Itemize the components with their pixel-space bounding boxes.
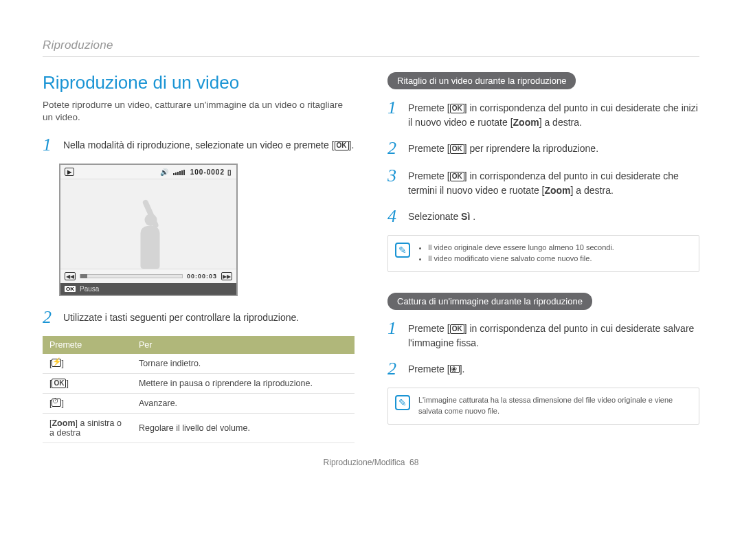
step-text: Premete [OK] in corrispondenza del punto… — [408, 320, 699, 350]
step-number: 1 — [387, 320, 401, 350]
table-row: [] Tornare indietro. — [43, 354, 355, 374]
action-cell: Mettere in pausa o riprendere la riprodu… — [132, 374, 355, 394]
step-text: Premete [OK] in corrispondenza del punto… — [408, 99, 699, 130]
key-cell: [OK] — [43, 374, 132, 394]
lcd-frame: 🔊 100-0002 ▯ ◀◀ 00:00:03 ▶▶ — [59, 164, 238, 296]
person-silhouette — [127, 193, 175, 269]
ok-icon: OK — [335, 141, 349, 150]
step-number: 2 — [387, 139, 401, 157]
step-text: Premete []. — [408, 360, 699, 378]
text: Nella modalità di riproduzione, selezion… — [63, 139, 335, 150]
progress-track — [80, 274, 183, 278]
play-mode-icon — [65, 168, 74, 176]
note-text: L'immagine catturata ha la stessa dimens… — [418, 395, 690, 417]
text: ]. — [349, 139, 355, 150]
key-cell: [] — [43, 394, 132, 414]
key-cell: [] — [43, 354, 132, 374]
lcd-footer: OK Pausa — [60, 283, 236, 295]
trim-step-2: 2 Premete [OK] per riprendere la riprodu… — [387, 139, 699, 157]
table-row: [] Avanzare. — [43, 394, 355, 414]
step-text: Premete [OK] in corrispondenza del punto… — [408, 167, 699, 198]
action-cell: Tornare indietro. — [132, 354, 355, 374]
page-footer: Riproduzione/Modifica 68 — [43, 458, 699, 467]
volume-bars-icon — [173, 168, 185, 175]
intro-text: Potete riprodurre un video, catturare un… — [43, 99, 355, 124]
pause-label: Pausa — [80, 285, 99, 293]
ok-icon: OK — [450, 324, 464, 334]
step-number: 2 — [43, 309, 56, 326]
footer-section: Riproduzione/Modifica — [324, 458, 405, 467]
capture-step-2: 2 Premete []. — [387, 360, 699, 378]
lcd-top-bar: 🔊 100-0002 ▯ — [60, 165, 236, 179]
note-item: Il video originale deve essere lungo alm… — [428, 243, 690, 254]
elapsed-time: 00:00:03 — [187, 273, 217, 280]
ok-icon: OK — [52, 379, 66, 388]
step-number: 4 — [387, 208, 401, 225]
rewind-icon: ◀◀ — [65, 272, 76, 280]
lcd-video-area — [60, 179, 236, 269]
action-cell: Regolare il livello del volume. — [132, 414, 355, 443]
table-header: Per — [132, 336, 355, 354]
ok-icon: OK — [65, 286, 76, 292]
step-number: 1 — [387, 99, 401, 130]
step-text: Nella modalità di riproduzione, selezion… — [63, 136, 355, 154]
page-title: Riproduzione di un video — [43, 72, 355, 93]
right-column: Ritaglio di un video durante la riproduz… — [387, 72, 699, 445]
manual-page: Riproduzione Riproduzione di un video Po… — [0, 0, 742, 481]
file-counter: 100-0002 — [190, 168, 225, 176]
ok-icon: OK — [450, 104, 464, 113]
divider — [43, 56, 699, 57]
left-step-1: 1 Nella modalità di riproduzione, selezi… — [43, 136, 355, 154]
left-step-2: 2 Utilizzate i tasti seguenti per contro… — [43, 309, 355, 326]
left-column: Riproduzione di un video Potete riprodur… — [43, 72, 355, 445]
yes-label: Sì — [461, 211, 470, 222]
trim-step-3: 3 Premete [OK] in corrispondenza del pun… — [387, 167, 699, 198]
forward-icon: ▶▶ — [221, 272, 232, 280]
lcd-progress-bar: ◀◀ 00:00:03 ▶▶ — [60, 269, 236, 283]
zoom-label: Zoom — [544, 185, 570, 196]
two-column-layout: Riproduzione di un video Potete riprodur… — [43, 72, 699, 445]
ok-icon: OK — [450, 144, 464, 154]
step-number: 1 — [43, 136, 56, 154]
step-text: Utilizzate i tasti seguenti per controll… — [63, 309, 355, 326]
trim-step-1: 1 Premete [OK] in corrispondenza del pun… — [387, 99, 699, 130]
action-cell: Avanzare. — [132, 394, 355, 414]
table-row: [Zoom] a sinistra o a destra Regolare il… — [43, 414, 355, 443]
note-item: Il video modificato viene salvato come n… — [428, 254, 690, 265]
section-heading-trim: Ritaglio di un video durante la riproduz… — [387, 72, 576, 89]
key-cell: [Zoom] a sinistra o a destra — [43, 414, 132, 443]
memory-card-icon: ▯ — [227, 168, 232, 176]
flash-icon — [52, 359, 61, 367]
step-text: Premete [OK] per riprendere la riproduzi… — [408, 139, 699, 157]
controls-table: Premete Per [] Tornare indietro. [OK] Me… — [43, 336, 355, 443]
zoom-label: Zoom — [513, 117, 539, 128]
note-icon: ✎ — [395, 395, 410, 410]
step-text: Selezionate Sì . — [408, 208, 699, 225]
capture-step-1: 1 Premete [OK] in corrispondenza del pun… — [387, 320, 699, 350]
note-box-capture: ✎ L'immagine catturata ha la stessa dime… — [387, 388, 699, 425]
page-number: 68 — [409, 458, 418, 467]
section-heading-capture: Cattura di un'immagine durante la riprod… — [387, 293, 592, 310]
video-preview-screenshot: 🔊 100-0002 ▯ ◀◀ 00:00:03 ▶▶ — [59, 164, 238, 296]
ok-icon: OK — [450, 172, 464, 181]
table-header: Premete — [43, 336, 132, 354]
breadcrumb: Riproduzione — [43, 38, 699, 52]
note-icon: ✎ — [395, 243, 410, 258]
volume-icon: 🔊 — [160, 168, 169, 176]
macro-icon — [450, 365, 460, 373]
step-number: 2 — [387, 360, 401, 378]
trim-step-4: 4 Selezionate Sì . — [387, 208, 699, 225]
note-box-trim: ✎ Il video originale deve essere lungo a… — [387, 235, 699, 272]
step-number: 3 — [387, 167, 401, 198]
table-row: [OK] Mettere in pausa o riprendere la ri… — [43, 374, 355, 394]
zoom-label: Zoom — [52, 418, 75, 428]
timer-icon — [52, 399, 61, 407]
